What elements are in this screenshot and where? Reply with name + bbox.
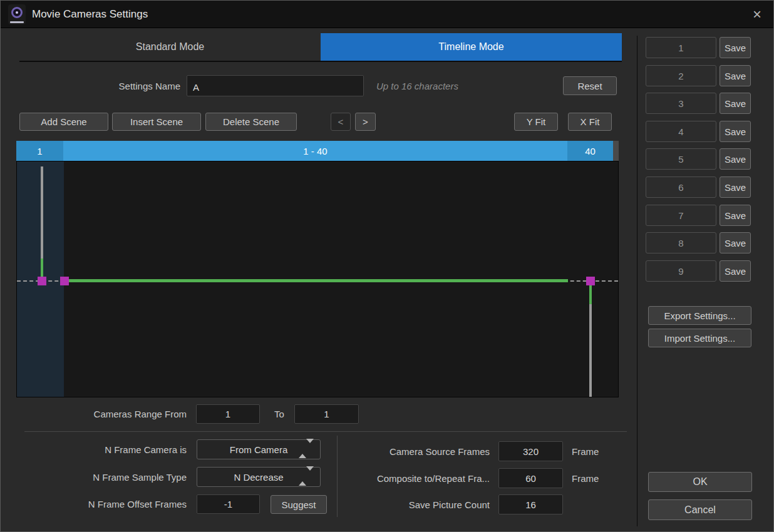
composite-repeat-frames-input[interactable] (498, 468, 563, 488)
camera-source-frames-label: Camera Source Frames (342, 441, 490, 461)
sidebar-divider (637, 36, 637, 526)
n-frame-camera-is-label: N Frame Camera is (1, 439, 187, 459)
movie-cameras-settings-dialog: Movie Cameras Settings × Standard Mode T… (0, 0, 774, 532)
cameras-range-to-input[interactable] (294, 404, 359, 424)
preset-slot-2-save-button[interactable]: Save (720, 65, 751, 86)
preset-slot-5-save-button[interactable]: Save (720, 148, 751, 170)
preset-slot-2-button[interactable]: 2 (646, 65, 716, 86)
import-settings-button[interactable]: Import Settings... (648, 329, 751, 347)
tab-standard-mode[interactable]: Standard Mode (19, 33, 321, 61)
cameras-range-label: Cameras Range From (1, 404, 187, 424)
preset-slot-7-button[interactable]: 7 (646, 205, 716, 226)
preset-slot-5-button[interactable]: 5 (646, 148, 716, 170)
mode-tabs: Standard Mode Timeline Mode (19, 33, 622, 62)
cameras-range-to-label: To (267, 404, 292, 424)
reset-button[interactable]: Reset (563, 76, 617, 95)
n-frame-sample-type-value: N Decrease (234, 472, 283, 483)
save-picture-count-label: Save Picture Count (342, 494, 490, 514)
delete-scene-button[interactable]: Delete Scene (205, 113, 297, 131)
composite-repeat-frames-label: Composite to/Repeat Fra... (342, 468, 490, 488)
end-keyframe-line-green-tip (589, 285, 592, 304)
next-scene-button[interactable]: > (355, 113, 376, 131)
lens-icon (11, 7, 23, 18)
close-icon[interactable]: × (748, 6, 766, 23)
prev-scene-button[interactable]: < (331, 113, 351, 131)
title-bar[interactable]: Movie Cameras Settings × (1, 1, 773, 28)
n-frame-sample-type-label: N Frame Sample Type (1, 467, 187, 487)
spinner-arrows-icon[interactable] (299, 471, 314, 481)
keyframe-marker-start[interactable] (38, 277, 46, 285)
timeline-widget: 1 1 - 40 40 (16, 141, 619, 397)
camera-curve-line (69, 279, 568, 282)
suggest-button[interactable]: Suggest (271, 495, 327, 514)
n-frame-offset-frames-label: N Frame Offset Frames (1, 494, 187, 514)
start-keyframe-line (41, 166, 43, 258)
frame-unit-label: Frame (572, 441, 599, 461)
cameras-range-from-input[interactable] (196, 404, 260, 424)
preset-slot-4-save-button[interactable]: Save (720, 121, 751, 142)
preset-slot-1-save-button[interactable]: Save (720, 37, 751, 58)
horizontal-divider (24, 431, 627, 432)
icon-caption (10, 21, 24, 23)
n-frame-camera-is-value: From Camera (230, 444, 288, 455)
n-frame-sample-type-select[interactable]: N Decrease (197, 467, 321, 487)
end-keyframe-line (589, 304, 592, 397)
bullet-time-app-icon (8, 4, 26, 24)
preset-slot-4-button[interactable]: 4 (646, 121, 716, 142)
preset-slot-6-save-button[interactable]: Save (720, 176, 751, 198)
timeline-frame-ruler[interactable]: 1 1 - 40 40 (16, 141, 619, 161)
frame-unit-label: Frame (572, 468, 599, 488)
window-title: Movie Cameras Settings (32, 8, 148, 21)
preset-slot-3-save-button[interactable]: Save (720, 93, 751, 114)
tab-timeline-mode[interactable]: Timeline Mode (321, 33, 622, 61)
keyframe-marker-curve-start[interactable] (60, 277, 69, 285)
preset-slot-1-button[interactable]: 1 (646, 37, 716, 58)
add-scene-button[interactable]: Add Scene (19, 113, 108, 131)
x-fit-button[interactable]: X Fit (568, 113, 612, 131)
export-settings-button[interactable]: Export Settings... (648, 306, 751, 325)
preset-slot-3-button[interactable]: 3 (646, 93, 716, 114)
y-fit-button[interactable]: Y Fit (514, 113, 558, 131)
start-keyframe-line-green-tip (41, 258, 43, 277)
settings-name-hint: Up to 16 characters (376, 75, 458, 96)
spinner-arrows-icon[interactable] (299, 443, 314, 454)
settings-name-label: Settings Name (1, 75, 180, 96)
preset-slot-9-save-button[interactable]: Save (720, 260, 751, 282)
preset-slot-7-save-button[interactable]: Save (720, 205, 751, 226)
settings-name-input[interactable] (187, 75, 364, 96)
preset-slot-6-button[interactable]: 6 (646, 176, 716, 198)
preset-slot-8-button[interactable]: 8 (646, 232, 716, 253)
timeline-start-frame[interactable]: 1 (16, 141, 63, 161)
preset-slot-9-button[interactable]: 9 (646, 260, 716, 282)
keyframe-marker-end[interactable] (586, 277, 595, 285)
n-frame-camera-is-select[interactable]: From Camera (197, 439, 321, 459)
cancel-button[interactable]: Cancel (648, 499, 752, 520)
timeline-canvas[interactable] (16, 161, 619, 397)
insert-scene-button[interactable]: Insert Scene (112, 113, 201, 131)
camera-source-frames-input[interactable] (498, 441, 563, 461)
timeline-end-frame[interactable]: 40 (567, 141, 613, 161)
preset-slot-8-save-button[interactable]: Save (720, 232, 751, 253)
save-picture-count-input[interactable] (498, 494, 563, 514)
ok-button[interactable]: OK (648, 472, 752, 492)
timeline-range[interactable]: 1 - 40 (63, 141, 567, 161)
timeline-scrollbar-corner (613, 141, 619, 161)
n-frame-offset-input[interactable] (197, 494, 260, 514)
vertical-divider (337, 436, 338, 517)
